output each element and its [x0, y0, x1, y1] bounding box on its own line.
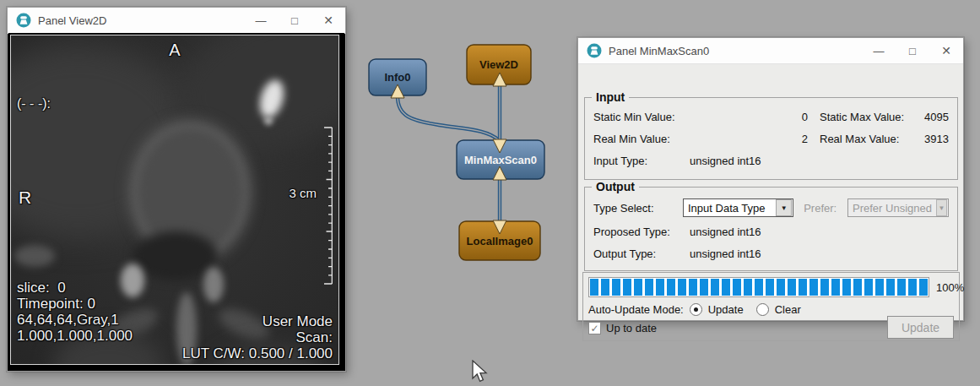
- window-title: Panel MinMaxScan0: [609, 45, 709, 57]
- minimize-icon[interactable]: —: [862, 38, 896, 63]
- view2d-frame: A (- - -): R slice: 0 Timepoint: 0 64,64…: [8, 33, 344, 370]
- up-to-date-checkbox[interactable]: ✓: [588, 322, 601, 334]
- node-label: View2D: [479, 58, 518, 71]
- proposed-type-label: Proposed Type:: [593, 226, 690, 238]
- input-type-label: Input Type:: [593, 155, 690, 167]
- update-button[interactable]: Update: [887, 316, 954, 339]
- mevislab-logo-icon: [587, 43, 602, 58]
- minmaxscan-window: Panel MinMaxScan0 — □ ✕ Input Static Min…: [577, 37, 964, 321]
- lut-line: LUT C/W: 0.500 / 1.000: [182, 345, 333, 362]
- ct-blob: [14, 245, 55, 267]
- static-min-value: 0: [744, 111, 808, 123]
- slice-line: slice: 0: [17, 280, 133, 296]
- voxelsize-line: 1.000,1.000,1.000: [17, 328, 133, 344]
- chevron-down-icon: ▼: [936, 199, 947, 216]
- orientation-label-anterior: A: [169, 41, 180, 60]
- chevron-down-icon[interactable]: ▼: [776, 199, 792, 216]
- minmaxscan-titlebar[interactable]: Panel MinMaxScan0 — □ ✕: [578, 38, 963, 64]
- up-to-date-row: ✓ Up to date: [588, 322, 657, 334]
- timepoint-line: Timepoint: 0: [17, 296, 133, 312]
- real-min-value: 2: [744, 133, 808, 145]
- mode-info-block: User Mode Scan: LUT C/W: 0.500 / 1.000: [182, 313, 333, 362]
- output-groupbox: Output Type Select: Input Data Type ▼ Pr…: [584, 187, 958, 271]
- minimize-icon[interactable]: —: [244, 8, 278, 33]
- window-controls: — □ ✕: [244, 8, 345, 33]
- output-type-value: unsigned int16: [690, 247, 761, 260]
- view2d-viewport[interactable]: A (- - -): R slice: 0 Timepoint: 0 64,64…: [10, 35, 339, 365]
- close-icon[interactable]: ✕: [929, 38, 963, 63]
- up-to-date-label: Up to date: [606, 322, 657, 334]
- scan-line: Scan:: [182, 329, 333, 345]
- type-select-label: Type Select:: [593, 202, 683, 215]
- static-values-row: Static Min Value: 0 Static Max Value: 40…: [585, 106, 957, 128]
- output-type-row: Output Type: unsigned int16: [585, 242, 957, 264]
- ct-blob: [203, 267, 224, 302]
- window-title: Panel View2D: [38, 14, 106, 27]
- input-groupbox: Input Static Min Value: 0 Static Max Val…: [584, 97, 958, 180]
- dimensions-line: 64,64,64,Gray,1: [17, 312, 133, 328]
- input-type-row: Input Type: unsigned int16: [585, 150, 957, 171]
- real-max-value: 3913: [919, 133, 949, 145]
- close-icon[interactable]: ✕: [311, 8, 345, 33]
- scale-ruler: [319, 127, 333, 285]
- status-groupbox: 100% Auto-Update Mode: Update Clear ✓ Up…: [582, 272, 960, 341]
- input-group-title: Input: [592, 90, 629, 104]
- desktop: Panel View2D — □ ✕: [0, 0, 980, 386]
- auto-update-row: Auto-Update Mode: Update Clear: [588, 303, 801, 316]
- proposed-type-row: Proposed Type: unsigned int16: [585, 220, 957, 242]
- maximize-icon[interactable]: □: [896, 38, 929, 63]
- static-max-value: 4095: [919, 111, 949, 123]
- node-label: MinMaxScan0: [464, 154, 537, 166]
- static-max-label: Static Max Value:: [820, 111, 919, 123]
- progress-bar: [588, 277, 929, 297]
- node-label: LocalImage0: [467, 235, 533, 247]
- real-min-label: Real Min Value:: [593, 133, 744, 145]
- progress-bar-fill: [590, 279, 928, 296]
- output-type-label: Output Type:: [593, 247, 690, 260]
- type-select-dropdown[interactable]: Input Data Type ▼: [683, 198, 793, 217]
- user-mode-line: User Mode: [182, 313, 333, 329]
- auto-update-label: Auto-Update Mode:: [588, 303, 684, 316]
- type-select-row: Type Select: Input Data Type ▼ Prefer: P…: [585, 195, 957, 220]
- radio-clear-label: Clear: [775, 303, 801, 316]
- real-max-label: Real Max Value:: [820, 133, 919, 145]
- node-label: Info0: [384, 71, 410, 84]
- mouse-cursor-icon: [471, 360, 488, 383]
- orientation-label-right: R: [19, 188, 31, 208]
- view2d-titlebar[interactable]: Panel View2D — □ ✕: [8, 8, 345, 34]
- input-type-value: unsigned int16: [690, 155, 761, 167]
- real-values-row: Real Min Value: 2 Real Max Value: 3913: [585, 128, 957, 150]
- ct-blob: [264, 117, 273, 125]
- slice-info-block: slice: 0 Timepoint: 0 64,64,64,Gray,1 1.…: [17, 280, 133, 344]
- radio-update[interactable]: [690, 303, 702, 316]
- coords-readout: (- - -):: [17, 96, 51, 111]
- prefer-dropdown[interactable]: Prefer Unsigned ▼: [847, 198, 949, 217]
- view2d-window: Panel View2D — □ ✕: [7, 7, 346, 372]
- type-select-value: Input Data Type: [684, 202, 775, 215]
- minmaxscan-panel-body: Input Static Min Value: 0 Static Max Val…: [578, 63, 963, 320]
- progress-percent: 100%: [936, 277, 964, 297]
- window-controls: — □ ✕: [862, 38, 963, 63]
- proposed-type-value: unsigned int16: [690, 226, 761, 238]
- prefer-value: Prefer Unsigned: [848, 202, 935, 215]
- maximize-icon[interactable]: □: [278, 8, 311, 33]
- module-graph: Info0 View2D MinMaxScan0 LocalImage0: [355, 34, 574, 279]
- ruler-label: 3 cm: [289, 186, 317, 200]
- prefer-label: Prefer:: [804, 202, 847, 215]
- mevislab-logo-icon: [16, 13, 31, 28]
- static-min-label: Static Min Value:: [593, 111, 744, 123]
- radio-clear[interactable]: [756, 303, 769, 316]
- radio-update-label: Update: [708, 303, 744, 316]
- output-group-title: Output: [592, 180, 639, 193]
